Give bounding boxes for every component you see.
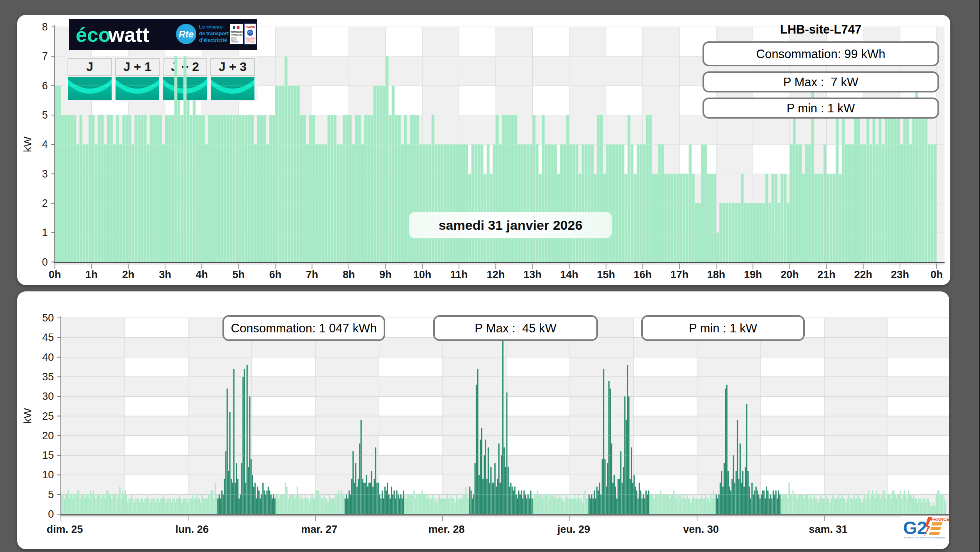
svg-text:6h: 6h: [269, 269, 282, 280]
svg-text:12h: 12h: [487, 269, 505, 280]
svg-text:3: 3: [42, 168, 48, 180]
svg-text:J: J: [86, 60, 93, 74]
svg-text:de transport: de transport: [199, 30, 229, 36]
svg-text:ADEME: ADEME: [245, 25, 255, 28]
svg-text:20h: 20h: [781, 269, 799, 280]
svg-text:samedi 31 janvier 2026: samedi 31 janvier 2026: [439, 218, 583, 233]
svg-text:16h: 16h: [634, 269, 652, 280]
svg-text:8: 8: [42, 21, 48, 33]
svg-text:20: 20: [42, 430, 54, 442]
svg-text:15: 15: [42, 449, 54, 461]
svg-text:sam. 31: sam. 31: [809, 524, 847, 535]
svg-text:17h: 17h: [671, 269, 689, 280]
svg-text:18h: 18h: [707, 269, 726, 280]
svg-text:5h: 5h: [232, 269, 245, 280]
svg-text:19h: 19h: [744, 269, 762, 280]
svg-text:P min : 1 kW: P min : 1 kW: [689, 321, 758, 335]
svg-text:J + 1: J + 1: [123, 60, 151, 74]
svg-text:4h: 4h: [196, 269, 208, 280]
svg-text:45: 45: [42, 332, 54, 343]
svg-text:35: 35: [42, 371, 54, 383]
svg-text:1h: 1h: [85, 269, 98, 280]
svg-text:9h: 9h: [379, 269, 392, 280]
svg-text:8h: 8h: [343, 269, 355, 280]
svg-text:FRANÇAISE: FRANÇAISE: [231, 34, 243, 36]
svg-text:10: 10: [42, 469, 54, 481]
svg-text:25: 25: [42, 410, 54, 422]
svg-text:kW: kW: [21, 408, 34, 424]
svg-text:Consommation: 1 047 kWh: Consommation: 1 047 kWh: [231, 321, 377, 335]
svg-text:FRANCE: FRANCE: [931, 517, 949, 522]
svg-text:LHB-site-L747: LHB-site-L747: [780, 23, 861, 36]
svg-text:4: 4: [42, 138, 48, 150]
svg-text:Consommation: 99 kWh: Consommation: 99 kWh: [756, 47, 886, 61]
svg-text:TRANSITION: TRANSITION: [246, 39, 254, 41]
svg-text:11h: 11h: [450, 269, 468, 280]
svg-text:50: 50: [42, 312, 54, 324]
svg-text:40: 40: [42, 351, 54, 363]
svg-text:13h: 13h: [523, 269, 542, 280]
svg-text:kW: kW: [21, 136, 34, 152]
svg-text:1: 1: [42, 227, 48, 238]
svg-text:3h: 3h: [159, 269, 171, 280]
svg-text:watt: watt: [108, 23, 149, 46]
svg-text:7h: 7h: [306, 269, 318, 280]
svg-text:Fraternité: Fraternité: [231, 41, 239, 43]
svg-text:14h: 14h: [560, 269, 578, 280]
svg-text:AGENCE DE LA: AGENCE DE LA: [245, 37, 255, 39]
svg-text:d'électricité: d'électricité: [199, 37, 227, 43]
svg-text:23h: 23h: [891, 269, 909, 280]
svg-text:jeu. 29: jeu. 29: [557, 524, 590, 535]
svg-text:G2: G2: [903, 518, 927, 538]
svg-text:éco: éco: [76, 23, 111, 46]
svg-text:0h: 0h: [49, 269, 61, 280]
svg-text:ÉCOLOGIQUE: ÉCOLOGIQUE: [246, 41, 255, 43]
svg-text:5: 5: [42, 109, 48, 121]
svg-text:7: 7: [42, 50, 48, 62]
svg-text:Optimisation des ressources én: Optimisation des ressources énergétiques: [903, 536, 945, 539]
svg-text:15h: 15h: [597, 269, 615, 280]
svg-text:22h: 22h: [854, 269, 872, 280]
svg-text:0h: 0h: [930, 269, 943, 280]
svg-text:10h: 10h: [413, 269, 432, 280]
svg-text:30: 30: [42, 390, 54, 402]
svg-text:P Max : 7 kW: P Max : 7 kW: [783, 75, 859, 89]
svg-text:P Max : 45 kW: P Max : 45 kW: [475, 321, 557, 335]
svg-text:21h: 21h: [817, 269, 836, 280]
svg-text:2: 2: [42, 197, 48, 209]
svg-text:Rte: Rte: [179, 29, 194, 39]
svg-text:ven. 30: ven. 30: [683, 524, 719, 535]
svg-text:2h: 2h: [122, 269, 135, 280]
svg-text:5: 5: [48, 489, 54, 501]
svg-text:J + 3: J + 3: [219, 60, 247, 74]
svg-text:0: 0: [42, 256, 48, 268]
svg-text:mar. 27: mar. 27: [301, 524, 337, 535]
svg-text:mer. 28: mer. 28: [428, 524, 464, 535]
svg-text:RÉPUBLIQUE: RÉPUBLIQUE: [231, 30, 245, 33]
svg-text:P min : 1 kW: P min : 1 kW: [786, 101, 855, 115]
svg-text:6: 6: [42, 80, 48, 92]
svg-text:lun. 26: lun. 26: [175, 524, 209, 535]
svg-text:0: 0: [48, 508, 54, 520]
svg-text:dim. 25: dim. 25: [46, 524, 83, 535]
svg-text:Le réseau: Le réseau: [199, 24, 223, 30]
